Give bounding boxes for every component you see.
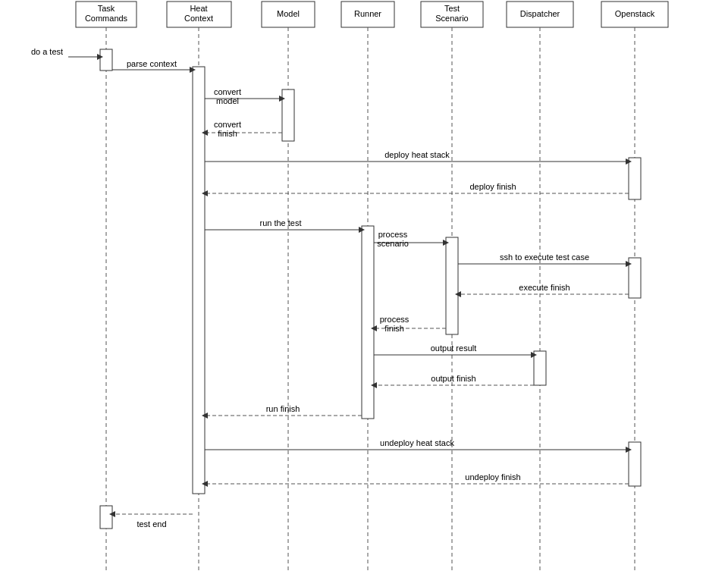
svg-text:process: process xyxy=(378,230,408,239)
svg-text:convert: convert xyxy=(214,87,241,96)
svg-marker-78 xyxy=(202,413,208,419)
svg-marker-35 xyxy=(97,54,103,60)
svg-text:undeploy finish: undeploy finish xyxy=(465,472,520,482)
svg-text:Model: Model xyxy=(277,9,300,18)
svg-marker-72 xyxy=(531,352,537,358)
svg-text:process: process xyxy=(380,315,410,324)
svg-marker-55 xyxy=(359,227,365,233)
svg-rect-3 xyxy=(167,2,231,27)
svg-text:run the test: run the test xyxy=(259,218,301,227)
svg-text:finish: finish xyxy=(384,324,404,333)
svg-text:convert: convert xyxy=(214,120,241,129)
svg-rect-30 xyxy=(629,158,641,199)
svg-marker-58 xyxy=(443,240,449,246)
svg-rect-10 xyxy=(421,2,483,27)
svg-text:ssh to execute test case: ssh to execute test case xyxy=(500,253,589,262)
svg-text:deploy finish: deploy finish xyxy=(469,182,516,191)
svg-text:test end: test end xyxy=(136,519,166,529)
svg-rect-6 xyxy=(262,2,315,27)
svg-text:Runner: Runner xyxy=(354,9,381,18)
svg-text:execute finish: execute finish xyxy=(519,283,570,292)
svg-marker-65 xyxy=(455,291,461,297)
svg-text:Openstack: Openstack xyxy=(615,9,655,18)
svg-rect-8 xyxy=(341,2,394,27)
svg-marker-75 xyxy=(371,382,377,388)
svg-rect-24 xyxy=(100,49,112,71)
svg-text:Test: Test xyxy=(444,4,460,13)
svg-rect-15 xyxy=(601,2,668,27)
svg-marker-41 xyxy=(279,96,285,102)
svg-marker-45 xyxy=(202,130,208,136)
svg-rect-31 xyxy=(629,258,641,298)
diagram-svg: Task Commands Heat Context Model Runner … xyxy=(0,0,728,571)
svg-text:model: model xyxy=(216,96,239,105)
svg-rect-13 xyxy=(507,2,573,27)
svg-marker-62 xyxy=(626,261,632,267)
svg-text:Dispatcher: Dispatcher xyxy=(520,9,560,18)
svg-text:finish: finish xyxy=(218,129,237,138)
svg-text:Heat: Heat xyxy=(190,4,207,13)
svg-text:output finish: output finish xyxy=(431,374,475,383)
svg-text:undeploy heat stack: undeploy heat stack xyxy=(380,438,454,447)
svg-rect-0 xyxy=(76,2,136,27)
svg-text:output result: output result xyxy=(431,344,477,353)
svg-text:Context: Context xyxy=(184,14,213,23)
svg-rect-26 xyxy=(282,89,294,141)
svg-text:Scenario: Scenario xyxy=(435,14,468,23)
svg-text:Commands: Commands xyxy=(85,14,128,23)
svg-text:do a test: do a test xyxy=(31,47,63,56)
svg-rect-25 xyxy=(193,67,205,494)
svg-rect-28 xyxy=(446,237,458,334)
svg-marker-49 xyxy=(626,158,632,165)
svg-marker-84 xyxy=(202,481,208,487)
svg-marker-87 xyxy=(109,511,115,517)
svg-rect-32 xyxy=(629,442,641,486)
svg-marker-68 xyxy=(371,325,377,331)
svg-marker-52 xyxy=(202,190,208,196)
svg-rect-29 xyxy=(534,351,546,385)
sequence-diagram: Task Commands Heat Context Model Runner … xyxy=(0,0,728,571)
svg-marker-81 xyxy=(626,447,632,453)
svg-text:Task: Task xyxy=(98,4,115,13)
svg-marker-38 xyxy=(190,67,196,73)
svg-rect-33 xyxy=(100,506,112,529)
svg-text:run finish: run finish xyxy=(266,404,300,413)
svg-rect-27 xyxy=(362,226,374,419)
svg-text:deploy heat stack: deploy heat stack xyxy=(384,150,450,159)
svg-text:scenario: scenario xyxy=(377,239,409,248)
svg-text:parse context: parse context xyxy=(127,59,177,68)
